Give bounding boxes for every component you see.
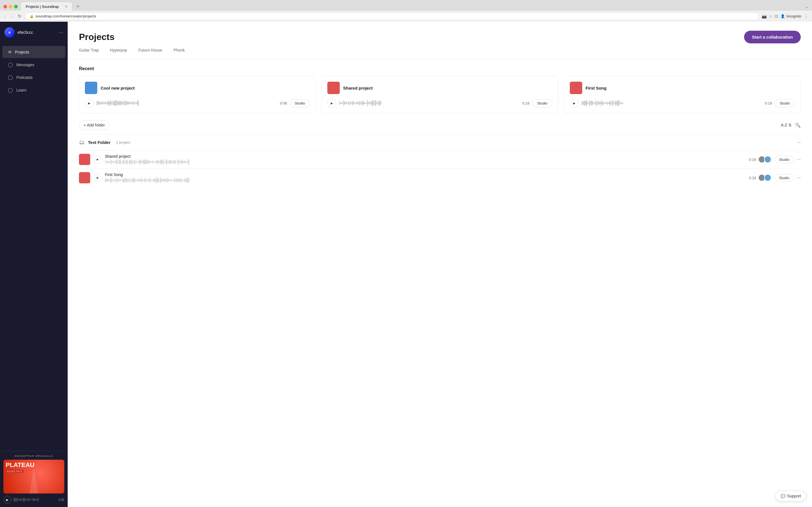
folder-section: + Add folder A-Z ⇅ 🔍 🗂 Test Folder 1 pro… (68, 120, 812, 191)
avatar: e (4, 27, 15, 38)
split-view-icon[interactable]: ⊡ (775, 14, 778, 18)
sidebar: e efec5ccc ··· ≋ Projects ◯ Messages ◯ P… (0, 22, 68, 507)
tab-close-btn[interactable]: × (65, 4, 67, 9)
browser-actions: 📷 ☆ ⊡ 👤 Incognito ⋮ (762, 13, 809, 19)
track-thumb-shared (79, 154, 90, 165)
sidebar-item-podcasts[interactable]: ◯ Podcasts (2, 71, 65, 83)
player-controls: ▶ 1:55 (3, 496, 64, 504)
folder-more-btn[interactable]: ··· (797, 140, 801, 145)
track-studio-shared[interactable]: Studio (775, 156, 794, 163)
browser-chrome: Projects | Soundtrap × + ⌄ ‹ › ↻ 🔒 sound… (0, 0, 812, 22)
menu-icon[interactable]: ⋮ (804, 13, 809, 19)
track-waveform-shared (105, 159, 746, 165)
track-studio-first-song[interactable]: Studio (775, 174, 794, 182)
track-name-shared: Shared project (105, 154, 746, 159)
project-card-shared: Shared project ▶ 0:16 Studio (321, 76, 558, 114)
genre-tab-hyperpop[interactable]: Hyperpop (110, 48, 127, 55)
support-chat-icon: 💬 (781, 494, 785, 498)
incognito-icon: 👤 (780, 14, 785, 18)
track-row-shared: ▶ Shared project 0:16 Studio ··· (79, 150, 801, 168)
url-text: soundtrap.com/home/creator/projects (36, 14, 96, 18)
track-play-first-song[interactable]: ▶ (94, 174, 101, 182)
window-maximize[interactable] (14, 5, 18, 8)
incognito-btn[interactable]: 👤 Incognito (780, 14, 801, 18)
card-waveform-first-song (581, 100, 762, 107)
new-tab-btn[interactable]: + (74, 3, 82, 11)
podcasts-icon: ◯ (8, 75, 13, 80)
page-title: Projects (79, 32, 114, 42)
player-play-btn[interactable]: ▶ (3, 496, 11, 504)
track-more-shared[interactable]: ··· (797, 157, 801, 162)
track-name-first-song: First Song (105, 172, 746, 177)
track-play-shared[interactable]: ▶ (94, 156, 101, 163)
project-cards: Cool new project ▶ 0:08 Studio Shared pr… (79, 76, 801, 114)
player-waveform (13, 497, 56, 503)
add-folder-btn[interactable]: + Add folder (79, 120, 110, 130)
address-bar: ‹ › ↻ 🔒 soundtrap.com/home/creator/proje… (0, 11, 812, 22)
card-thumb-blue (85, 82, 97, 94)
card-waveform-shared (339, 100, 520, 107)
sidebar-more-btn[interactable]: ··· (59, 30, 63, 36)
address-input[interactable]: 🔒 soundtrap.com/home/creator/projects (26, 12, 759, 20)
track-duration-shared: 0:16 (749, 158, 756, 162)
track-waveform-first-song (105, 177, 746, 183)
sidebar-item-messages[interactable]: ◯ Messages (2, 59, 65, 71)
reload-btn[interactable]: ↻ (17, 12, 22, 20)
learn-icon: ◯ (8, 87, 13, 93)
player-time: 1:55 (58, 498, 64, 501)
forward-btn[interactable]: › (10, 13, 13, 20)
sort-select[interactable]: A-Z ⇅ (781, 123, 792, 127)
card-studio-btn-shared[interactable]: Studio (532, 99, 552, 107)
learn-label: Learn (16, 88, 27, 93)
sidebar-nav: ≋ Projects ◯ Messages ◯ Podcasts ◯ Learn (0, 43, 68, 451)
add-folder-label: + Add folder (84, 123, 105, 127)
project-card-cool-new: Cool new project ▶ 0:08 Studio (79, 76, 316, 114)
genre-tab-guitar-trap[interactable]: Guitar Trap (79, 48, 99, 55)
genre-tabs: Guitar Trap Hyperpop Future House Phonk (68, 48, 812, 59)
support-label: Support (787, 494, 801, 498)
card-name-shared: Shared project (343, 86, 373, 91)
card-duration-cool-new: 0:08 (280, 101, 287, 105)
card-play-btn-cool-new[interactable]: ▶ (85, 99, 94, 108)
album-subtitle: SOUND PACK (6, 470, 24, 473)
camera-off-icon: 📷 (762, 14, 767, 18)
card-studio-btn-first-song[interactable]: Studio (775, 99, 795, 107)
start-collaboration-btn[interactable]: Start a collaboration (744, 31, 801, 43)
main-header: Projects Start a collaboration (68, 22, 812, 48)
card-duration-first-song: 0:18 (765, 101, 772, 105)
genre-tab-future-house[interactable]: Future House (139, 48, 162, 55)
window-close[interactable] (3, 5, 7, 8)
tab-title: Projects | Soundtrap (26, 4, 59, 9)
album-title: PLATEAU (6, 462, 35, 468)
sort-control: A-Z ⇅ 🔍 (781, 122, 801, 128)
genre-tab-phonk[interactable]: Phonk (174, 48, 185, 55)
support-btn[interactable]: 💬 Support (775, 491, 806, 501)
card-play-btn-first-song[interactable]: ▶ (570, 99, 579, 108)
folder-icon: 🗂 (79, 139, 85, 146)
search-btn[interactable]: 🔍 (795, 122, 801, 128)
card-play-btn-shared[interactable]: ▶ (327, 99, 336, 108)
card-name-cool-new: Cool new project (101, 86, 135, 91)
app: e efec5ccc ··· ≋ Projects ◯ Messages ◯ P… (0, 22, 812, 507)
sort-label: A-Z (781, 123, 788, 127)
tab-expand-btn[interactable]: ⌄ (805, 4, 809, 9)
browser-tab[interactable]: Projects | Soundtrap × (21, 2, 72, 11)
incognito-label: Incognito (786, 14, 801, 18)
track-avatar-blue-2 (764, 174, 771, 181)
album-art: PLATEAU SOUND PACK (3, 460, 64, 494)
folder-row: 🗂 Test Folder 1 project ··· ▶ Shared pro… (79, 134, 801, 187)
messages-icon: ◯ (8, 62, 13, 67)
track-row-first-song: ▶ First Song 0:18 Studio ··· (79, 168, 801, 187)
messages-label: Messages (16, 62, 35, 67)
star-icon[interactable]: ☆ (769, 14, 772, 18)
track-avatar-blue (764, 156, 771, 163)
sidebar-item-projects[interactable]: ≋ Projects (2, 46, 65, 58)
folder-header: 🗂 Test Folder 1 project ··· (79, 135, 801, 150)
sidebar-item-learn[interactable]: ◯ Learn (2, 84, 65, 96)
card-studio-btn-cool-new[interactable]: Studio (290, 99, 310, 107)
window-minimize[interactable] (9, 5, 12, 8)
card-duration-shared: 0:16 (522, 101, 529, 105)
projects-label: Projects (15, 50, 29, 54)
back-btn[interactable]: ‹ (3, 13, 7, 20)
track-more-first-song[interactable]: ··· (797, 175, 801, 180)
